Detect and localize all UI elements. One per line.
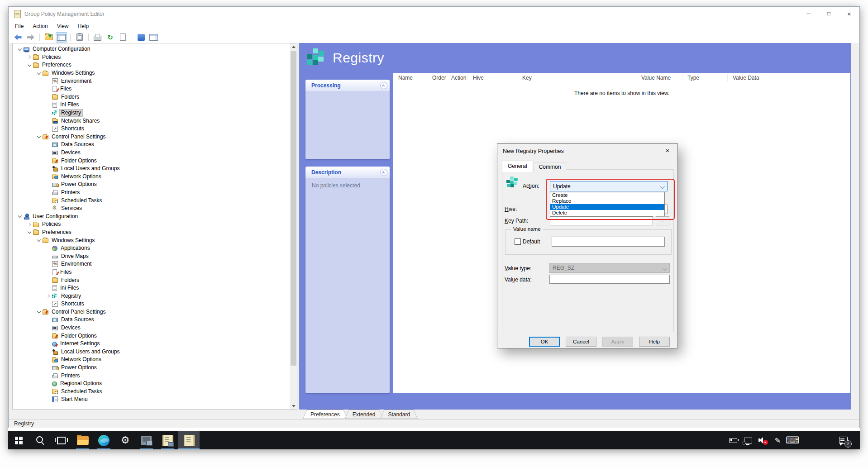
expander-open-icon[interactable] [27,62,32,68]
collapse-chevron-icon[interactable]: « [380,82,387,89]
tree-item-printers[interactable]: Printers [13,189,290,197]
start-button[interactable] [8,431,29,449]
search-button[interactable] [29,431,51,449]
back-button[interactable] [12,32,24,43]
view-tab-standard[interactable]: Standard [380,410,418,419]
touch-keyboard-button[interactable]: ⌨ [785,431,800,449]
expander-open-icon[interactable] [27,229,32,235]
tree-item-files[interactable]: Files [13,268,290,276]
tree-item-local-users-and-groups[interactable]: Local Users and Groups [13,165,290,173]
tree-item-local-users-and-groups[interactable]: Local Users and Groups [13,348,290,356]
tree-item-power-options[interactable]: Power Options [13,181,290,189]
power-button[interactable] [725,431,740,449]
menu-help[interactable]: Help [73,23,94,29]
tree-item-windows-settings[interactable]: Windows Settings [13,236,290,244]
task-view-button[interactable] [51,431,72,449]
expander-open-icon[interactable] [36,238,42,243]
dialog-close-button[interactable]: × [658,144,677,157]
up-one-level-button[interactable] [43,32,54,43]
gpmc-button[interactable] [157,431,178,449]
column-header-value-name[interactable]: Value Name [636,74,682,81]
action-option-delete[interactable]: Delete [550,210,664,216]
tree-item-environment[interactable]: Environment [13,260,290,268]
expander-open-icon[interactable] [36,309,42,315]
value-data-input[interactable] [549,275,670,284]
column-header-value-data[interactable]: Value Data [728,74,774,81]
menu-file[interactable]: File [10,23,28,29]
minimize-button[interactable]: ─ [798,7,819,20]
action-option-replace[interactable]: Replace [550,198,664,204]
print-button[interactable] [92,32,103,43]
view-tab-preferences[interactable]: Preferences [303,410,348,419]
ok-button[interactable]: OK [529,337,560,347]
column-header-key[interactable]: Key [517,74,636,81]
tree-item-shortcuts[interactable]: Shortcuts [13,300,290,308]
tree-item-folders[interactable]: Folders [13,276,290,284]
pen-button[interactable]: ✎ [770,431,785,449]
tree-item-shortcuts[interactable]: Shortcuts [13,125,290,133]
tree-item-computer-configuration[interactable]: Computer Configuration [13,45,290,53]
tree-item-ini-files[interactable]: Ini Files [13,101,290,109]
action-center-button[interactable]: 2 [834,431,853,449]
tree-item-registry[interactable]: Registry [13,109,290,117]
collapse-chevron-icon[interactable]: « [380,169,387,176]
edge-button[interactable] [93,431,114,449]
tree-item-folders[interactable]: Folders [13,93,290,101]
tree-item-devices[interactable]: Devices [13,149,290,157]
scroll-thumb[interactable] [291,51,296,366]
show-console-tree-button[interactable] [56,32,67,43]
cancel-button[interactable]: Cancel [566,337,596,347]
tree-item-control-panel-settings[interactable]: Control Panel Settings [13,133,290,141]
refresh-button[interactable]: ↻ [105,32,116,43]
tree-item-scheduled-tasks[interactable]: Scheduled Tasks [13,388,290,396]
tree-item-applications[interactable]: Applications [13,244,290,253]
tab-common[interactable]: Common [534,162,567,172]
tree-item-folder-options[interactable]: Folder Options [13,157,290,165]
tab-general[interactable]: General [502,161,533,172]
tree-item-internet-settings[interactable]: Internet Settings [13,340,290,348]
tree-item-environment[interactable]: Environment [13,77,290,85]
tree-item-services[interactable]: Services [13,205,290,213]
export-list-button[interactable] [117,32,129,43]
tree-item-user-configuration[interactable]: User Configuration [13,212,290,220]
tree-item-drive-maps[interactable]: Drive Maps [13,252,290,260]
network-button[interactable] [740,431,755,449]
menu-action[interactable]: Action [28,23,52,29]
maximize-button[interactable]: □ [819,7,839,20]
gpme-button[interactable] [178,431,200,449]
server-manager-button[interactable] [136,431,157,449]
tree-item-scheduled-tasks[interactable]: Scheduled Tasks [13,196,290,205]
forward-button[interactable] [25,32,36,43]
action-option-update[interactable]: Update [550,204,664,210]
tree-item-preferences[interactable]: Preferences [13,61,290,69]
help-button[interactable] [135,32,147,43]
apply-button[interactable]: Apply [602,337,633,347]
help-button[interactable]: Help [639,337,670,347]
scroll-up-icon[interactable] [290,43,297,50]
tree-item-policies[interactable]: Policies [13,220,290,229]
tree-item-network-options[interactable]: Network Options [13,356,290,364]
tree-item-regional-options[interactable]: Regional Options [13,380,290,388]
expander-closed-icon[interactable] [27,54,32,60]
tree-item-policies[interactable]: Policies [13,53,290,62]
tree-item-network-shares[interactable]: Network Shares [13,117,290,125]
expander-open-icon[interactable] [36,134,42,139]
tree-item-folder-options[interactable]: Folder Options [13,332,290,340]
tree-item-data-sources[interactable]: Data Sources [13,316,290,324]
close-button[interactable]: × [839,7,859,20]
expander-open-icon[interactable] [17,47,23,52]
tree-item-files[interactable]: Files [13,85,290,93]
expander-open-icon[interactable] [36,71,42,76]
column-header-name[interactable]: Name [393,74,427,81]
tree-item-devices[interactable]: Devices [13,324,290,332]
browse-button[interactable]: ... [656,216,669,225]
tree-item-printers[interactable]: Printers [13,372,290,380]
scroll-down-icon[interactable] [290,402,297,409]
default-checkbox[interactable] [515,238,521,245]
tree-item-data-sources[interactable]: Data Sources [13,141,290,149]
expander-closed-icon[interactable] [46,293,51,299]
expander-open-icon[interactable] [17,214,23,219]
tree-item-control-panel-settings[interactable]: Control Panel Settings [13,308,290,316]
column-header-type[interactable]: Type [682,74,728,81]
paste-button[interactable] [74,32,85,43]
